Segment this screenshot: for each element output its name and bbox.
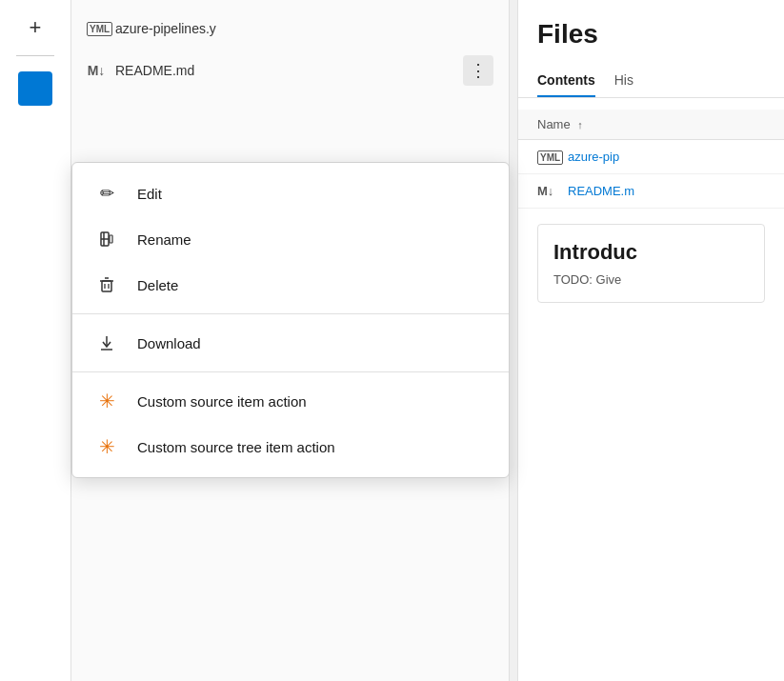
menu-item-custom-source[interactable]: ✳ Custom source item action <box>72 378 509 424</box>
download-icon <box>95 331 118 354</box>
custom-tree-label: Custom source tree item action <box>137 439 335 455</box>
asterisk-icon-1: ✳ <box>95 390 118 412</box>
context-menu: ✏ Edit Rename Delete <box>71 162 510 478</box>
menu-item-delete[interactable]: Delete <box>72 262 509 308</box>
file-name-readme[interactable]: README.md <box>115 63 463 78</box>
sidebar-divider <box>16 55 54 56</box>
rename-icon <box>95 228 118 250</box>
file-name-azure[interactable]: azure-pipelines.y <box>115 21 493 36</box>
menu-item-download[interactable]: Download <box>72 320 509 366</box>
download-label: Download <box>137 335 201 351</box>
file-row-yml[interactable]: YML azure-pip <box>518 140 784 174</box>
menu-item-rename[interactable]: Rename <box>72 216 509 262</box>
yml-file-icon: YML <box>537 151 560 163</box>
yml-file-name[interactable]: azure-pip <box>568 150 619 164</box>
tab-history[interactable]: His <box>614 65 633 97</box>
avatar[interactable] <box>18 71 52 106</box>
tab-contents[interactable]: Contents <box>537 65 595 97</box>
md-file-icon: M↓ <box>537 184 560 198</box>
yml-icon: YML <box>87 23 106 34</box>
left-sidebar: + <box>0 0 71 681</box>
add-button[interactable]: + <box>30 15 42 40</box>
list-item-readme: M↓ README.md ⋮ <box>71 46 509 95</box>
list-item: YML azure-pipelines.y <box>71 11 509 46</box>
svg-rect-4 <box>102 281 111 291</box>
readme-preview: Introduc TODO: Give <box>537 224 765 303</box>
sort-arrow: ↑ <box>577 119 583 130</box>
files-panel: Files Contents His Name ↑ YML azure-pip … <box>517 0 784 681</box>
menu-divider-1 <box>72 313 509 314</box>
edit-icon: ✏ <box>95 182 118 205</box>
md-icon: M↓ <box>87 63 106 78</box>
readme-section-body: TODO: Give <box>553 272 749 287</box>
file-row-md[interactable]: M↓ README.m <box>518 174 784 209</box>
custom-source-label: Custom source item action <box>137 393 307 410</box>
files-tabs: Contents His <box>518 65 784 98</box>
svg-rect-3 <box>110 235 112 243</box>
menu-divider-2 <box>72 371 509 372</box>
rename-label: Rename <box>137 231 191 248</box>
delete-icon <box>95 273 118 296</box>
kebab-icon: ⋮ <box>470 60 488 81</box>
menu-item-custom-tree[interactable]: ✳ Custom source tree item action <box>72 424 509 470</box>
three-dots-button[interactable]: ⋮ <box>463 55 493 86</box>
md-file-name[interactable]: README.m <box>568 184 634 198</box>
delete-label: Delete <box>137 277 178 293</box>
name-column-header: Name ↑ <box>537 117 583 131</box>
readme-section-title: Introduc <box>553 240 749 265</box>
edit-label: Edit <box>137 186 162 202</box>
asterisk-icon-2: ✳ <box>95 435 118 458</box>
menu-item-edit[interactable]: ✏ Edit <box>72 170 509 216</box>
file-table-header: Name ↑ <box>518 110 784 140</box>
files-panel-title: Files <box>518 19 784 65</box>
